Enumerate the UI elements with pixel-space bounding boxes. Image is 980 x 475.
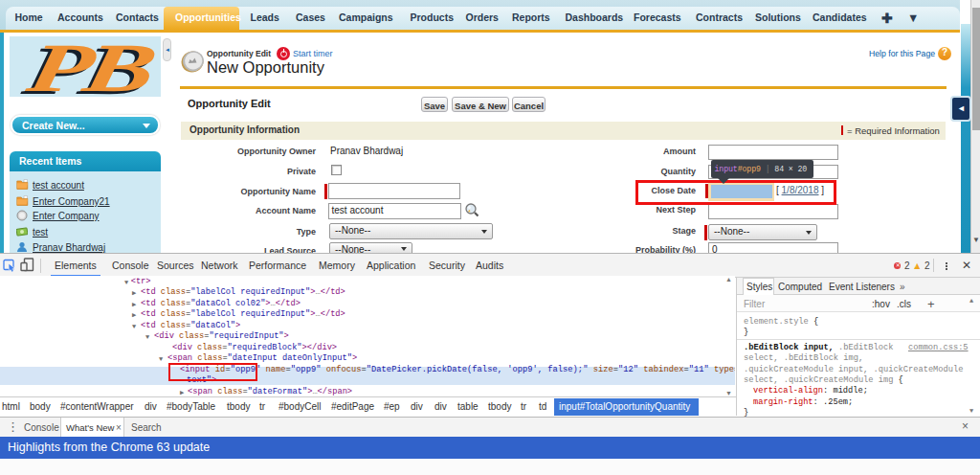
svg-text:PB: PB <box>20 36 160 97</box>
